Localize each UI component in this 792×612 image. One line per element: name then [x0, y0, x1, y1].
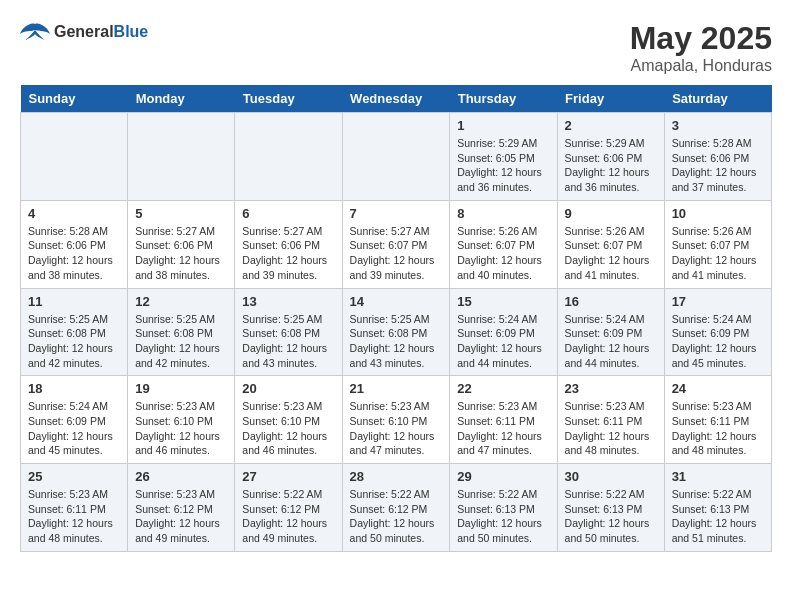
day-number: 10	[672, 206, 764, 221]
calendar-cell	[21, 113, 128, 201]
calendar-table: SundayMondayTuesdayWednesdayThursdayFrid…	[20, 85, 772, 552]
day-number: 3	[672, 118, 764, 133]
day-number: 12	[135, 294, 227, 309]
day-info: Sunrise: 5:23 AM Sunset: 6:12 PM Dayligh…	[135, 487, 227, 546]
day-info: Sunrise: 5:27 AM Sunset: 6:06 PM Dayligh…	[242, 224, 334, 283]
day-number: 28	[350, 469, 443, 484]
day-number: 7	[350, 206, 443, 221]
day-number: 16	[565, 294, 657, 309]
day-number: 31	[672, 469, 764, 484]
logo-bird-icon	[20, 20, 50, 44]
col-header-saturday: Saturday	[664, 85, 771, 113]
page-header: GeneralBlue May 2025 Amapala, Honduras	[20, 20, 772, 75]
day-number: 24	[672, 381, 764, 396]
col-header-friday: Friday	[557, 85, 664, 113]
day-number: 8	[457, 206, 549, 221]
day-info: Sunrise: 5:23 AM Sunset: 6:10 PM Dayligh…	[242, 399, 334, 458]
day-info: Sunrise: 5:26 AM Sunset: 6:07 PM Dayligh…	[457, 224, 549, 283]
day-info: Sunrise: 5:25 AM Sunset: 6:08 PM Dayligh…	[28, 312, 120, 371]
calendar-cell: 3Sunrise: 5:28 AM Sunset: 6:06 PM Daylig…	[664, 113, 771, 201]
day-number: 27	[242, 469, 334, 484]
calendar-cell: 28Sunrise: 5:22 AM Sunset: 6:12 PM Dayli…	[342, 464, 450, 552]
day-info: Sunrise: 5:23 AM Sunset: 6:11 PM Dayligh…	[457, 399, 549, 458]
logo-text-general: General	[54, 23, 114, 40]
calendar-cell: 5Sunrise: 5:27 AM Sunset: 6:06 PM Daylig…	[128, 200, 235, 288]
calendar-cell: 4Sunrise: 5:28 AM Sunset: 6:06 PM Daylig…	[21, 200, 128, 288]
day-number: 21	[350, 381, 443, 396]
calendar-cell: 18Sunrise: 5:24 AM Sunset: 6:09 PM Dayli…	[21, 376, 128, 464]
calendar-cell: 8Sunrise: 5:26 AM Sunset: 6:07 PM Daylig…	[450, 200, 557, 288]
calendar-cell: 31Sunrise: 5:22 AM Sunset: 6:13 PM Dayli…	[664, 464, 771, 552]
day-number: 23	[565, 381, 657, 396]
day-info: Sunrise: 5:24 AM Sunset: 6:09 PM Dayligh…	[457, 312, 549, 371]
col-header-wednesday: Wednesday	[342, 85, 450, 113]
calendar-cell: 6Sunrise: 5:27 AM Sunset: 6:06 PM Daylig…	[235, 200, 342, 288]
calendar-cell: 27Sunrise: 5:22 AM Sunset: 6:12 PM Dayli…	[235, 464, 342, 552]
day-number: 13	[242, 294, 334, 309]
day-number: 9	[565, 206, 657, 221]
calendar-cell: 12Sunrise: 5:25 AM Sunset: 6:08 PM Dayli…	[128, 288, 235, 376]
day-number: 5	[135, 206, 227, 221]
day-info: Sunrise: 5:23 AM Sunset: 6:10 PM Dayligh…	[350, 399, 443, 458]
day-info: Sunrise: 5:27 AM Sunset: 6:06 PM Dayligh…	[135, 224, 227, 283]
calendar-cell: 13Sunrise: 5:25 AM Sunset: 6:08 PM Dayli…	[235, 288, 342, 376]
logo-text-blue: Blue	[114, 23, 149, 40]
day-info: Sunrise: 5:28 AM Sunset: 6:06 PM Dayligh…	[672, 136, 764, 195]
calendar-cell: 2Sunrise: 5:29 AM Sunset: 6:06 PM Daylig…	[557, 113, 664, 201]
day-number: 14	[350, 294, 443, 309]
day-number: 4	[28, 206, 120, 221]
day-info: Sunrise: 5:22 AM Sunset: 6:13 PM Dayligh…	[457, 487, 549, 546]
day-number: 25	[28, 469, 120, 484]
day-info: Sunrise: 5:28 AM Sunset: 6:06 PM Dayligh…	[28, 224, 120, 283]
day-info: Sunrise: 5:24 AM Sunset: 6:09 PM Dayligh…	[28, 399, 120, 458]
day-info: Sunrise: 5:27 AM Sunset: 6:07 PM Dayligh…	[350, 224, 443, 283]
calendar-cell	[128, 113, 235, 201]
day-number: 17	[672, 294, 764, 309]
col-header-sunday: Sunday	[21, 85, 128, 113]
calendar-cell: 14Sunrise: 5:25 AM Sunset: 6:08 PM Dayli…	[342, 288, 450, 376]
day-info: Sunrise: 5:23 AM Sunset: 6:11 PM Dayligh…	[565, 399, 657, 458]
month-year: May 2025	[630, 20, 772, 57]
calendar-cell: 16Sunrise: 5:24 AM Sunset: 6:09 PM Dayli…	[557, 288, 664, 376]
day-info: Sunrise: 5:25 AM Sunset: 6:08 PM Dayligh…	[350, 312, 443, 371]
calendar-cell: 22Sunrise: 5:23 AM Sunset: 6:11 PM Dayli…	[450, 376, 557, 464]
calendar-cell: 23Sunrise: 5:23 AM Sunset: 6:11 PM Dayli…	[557, 376, 664, 464]
day-number: 26	[135, 469, 227, 484]
calendar-cell: 9Sunrise: 5:26 AM Sunset: 6:07 PM Daylig…	[557, 200, 664, 288]
day-number: 19	[135, 381, 227, 396]
calendar-cell: 11Sunrise: 5:25 AM Sunset: 6:08 PM Dayli…	[21, 288, 128, 376]
logo: GeneralBlue	[20, 20, 148, 44]
col-header-thursday: Thursday	[450, 85, 557, 113]
day-info: Sunrise: 5:23 AM Sunset: 6:11 PM Dayligh…	[672, 399, 764, 458]
calendar-cell: 30Sunrise: 5:22 AM Sunset: 6:13 PM Dayli…	[557, 464, 664, 552]
col-header-monday: Monday	[128, 85, 235, 113]
day-info: Sunrise: 5:23 AM Sunset: 6:10 PM Dayligh…	[135, 399, 227, 458]
day-info: Sunrise: 5:29 AM Sunset: 6:06 PM Dayligh…	[565, 136, 657, 195]
day-number: 11	[28, 294, 120, 309]
day-info: Sunrise: 5:26 AM Sunset: 6:07 PM Dayligh…	[672, 224, 764, 283]
calendar-header: SundayMondayTuesdayWednesdayThursdayFrid…	[21, 85, 772, 113]
day-number: 30	[565, 469, 657, 484]
calendar-cell: 19Sunrise: 5:23 AM Sunset: 6:10 PM Dayli…	[128, 376, 235, 464]
calendar-cell: 21Sunrise: 5:23 AM Sunset: 6:10 PM Dayli…	[342, 376, 450, 464]
day-info: Sunrise: 5:24 AM Sunset: 6:09 PM Dayligh…	[672, 312, 764, 371]
day-info: Sunrise: 5:25 AM Sunset: 6:08 PM Dayligh…	[242, 312, 334, 371]
day-info: Sunrise: 5:24 AM Sunset: 6:09 PM Dayligh…	[565, 312, 657, 371]
calendar-cell: 24Sunrise: 5:23 AM Sunset: 6:11 PM Dayli…	[664, 376, 771, 464]
day-info: Sunrise: 5:29 AM Sunset: 6:05 PM Dayligh…	[457, 136, 549, 195]
day-number: 29	[457, 469, 549, 484]
day-info: Sunrise: 5:22 AM Sunset: 6:13 PM Dayligh…	[672, 487, 764, 546]
calendar-cell: 7Sunrise: 5:27 AM Sunset: 6:07 PM Daylig…	[342, 200, 450, 288]
calendar-cell: 15Sunrise: 5:24 AM Sunset: 6:09 PM Dayli…	[450, 288, 557, 376]
day-info: Sunrise: 5:25 AM Sunset: 6:08 PM Dayligh…	[135, 312, 227, 371]
calendar-cell: 17Sunrise: 5:24 AM Sunset: 6:09 PM Dayli…	[664, 288, 771, 376]
calendar-cell: 1Sunrise: 5:29 AM Sunset: 6:05 PM Daylig…	[450, 113, 557, 201]
day-info: Sunrise: 5:22 AM Sunset: 6:13 PM Dayligh…	[565, 487, 657, 546]
title-block: May 2025 Amapala, Honduras	[630, 20, 772, 75]
calendar-cell: 26Sunrise: 5:23 AM Sunset: 6:12 PM Dayli…	[128, 464, 235, 552]
calendar-cell	[235, 113, 342, 201]
day-number: 20	[242, 381, 334, 396]
calendar-cell: 29Sunrise: 5:22 AM Sunset: 6:13 PM Dayli…	[450, 464, 557, 552]
day-number: 6	[242, 206, 334, 221]
day-number: 18	[28, 381, 120, 396]
